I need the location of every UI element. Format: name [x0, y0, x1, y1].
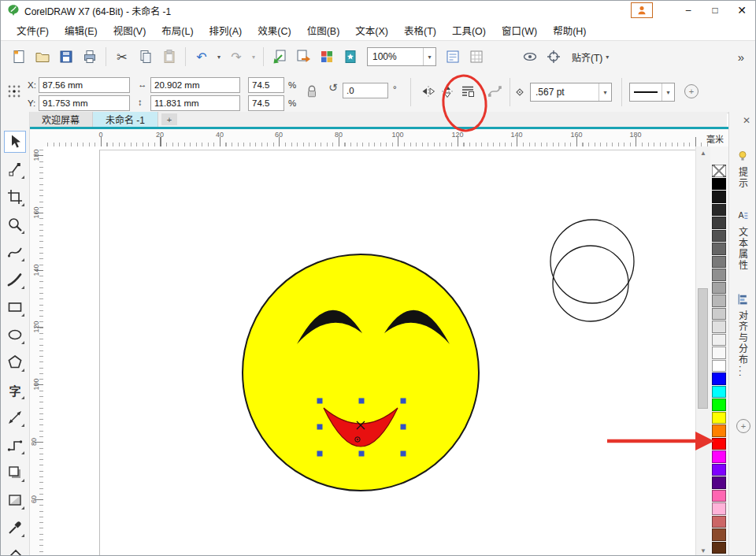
horizontal-ruler[interactable]: 0 20 40 60 80 100 120 140 160 180 毫米	[29, 129, 728, 147]
application-launcher-button[interactable]	[315, 45, 339, 69]
color-swatch[interactable]	[712, 528, 726, 541]
tool-interactive-fill[interactable]	[4, 544, 26, 556]
fullscreen-preview-button[interactable]	[441, 45, 465, 69]
minimize-button[interactable]: –	[675, 2, 702, 19]
copy-button[interactable]	[134, 45, 158, 69]
color-swatch[interactable]	[712, 516, 726, 528]
construction-circle-2[interactable]	[553, 246, 628, 321]
tab-welcome-screen[interactable]: 欢迎屏幕	[29, 112, 93, 127]
menu-bitmaps[interactable]: 位图(B)	[299, 20, 348, 41]
mirror-horizontal-button[interactable]	[420, 83, 437, 100]
redo-button[interactable]: ↷	[224, 45, 248, 69]
tool-crop[interactable]	[4, 186, 26, 208]
tool-transparency[interactable]	[4, 489, 26, 511]
tool-ellipse[interactable]	[4, 324, 26, 346]
scrollbar-thumb[interactable]	[698, 288, 708, 409]
rotation-angle-input[interactable]	[343, 83, 388, 98]
zoom-dropdown[interactable]: ▾	[423, 48, 435, 65]
tool-color-eyedropper[interactable]	[4, 517, 26, 539]
line-style-combobox[interactable]: ▾	[629, 83, 675, 102]
preview-mode-button[interactable]	[518, 45, 542, 69]
tool-freehand[interactable]	[4, 241, 26, 263]
snap-target-button[interactable]	[542, 45, 565, 69]
object-height-input[interactable]	[150, 95, 240, 111]
color-swatch[interactable]	[712, 217, 726, 229]
docker-tab-align-distribute[interactable]: 对齐与分布...	[731, 290, 754, 378]
palette-customize-button[interactable]: +	[736, 419, 750, 433]
menu-text[interactable]: 文本(X)	[347, 20, 396, 41]
tool-shape[interactable]	[4, 158, 26, 180]
outline-width-combobox[interactable]: .567 pt ▾	[530, 83, 612, 102]
menu-tools[interactable]: 工具(O)	[444, 20, 494, 41]
redo-dropdown[interactable]: ▾	[248, 45, 259, 69]
maximize-button[interactable]: □	[702, 2, 728, 19]
open-button[interactable]	[31, 45, 54, 69]
color-swatch[interactable]	[712, 295, 726, 307]
selection-handle[interactable]	[401, 398, 406, 404]
menu-table[interactable]: 表格(T)	[396, 20, 444, 41]
color-swatch[interactable]	[712, 256, 726, 269]
color-swatch[interactable]	[712, 438, 726, 450]
undo-dropdown[interactable]: ▾	[213, 45, 224, 69]
y-position-input[interactable]	[39, 95, 130, 111]
print-button[interactable]	[78, 45, 102, 69]
scroll-down-button[interactable]: ▼	[696, 544, 710, 556]
object-width-input[interactable]	[150, 77, 240, 93]
new-tab-button[interactable]: +	[161, 113, 177, 125]
outline-width-dropdown[interactable]: ▾	[598, 83, 611, 101]
selection-handle[interactable]	[317, 424, 323, 430]
color-swatch[interactable]	[712, 476, 726, 489]
color-swatch[interactable]	[712, 502, 726, 515]
menu-edit[interactable]: 编辑(E)	[57, 20, 106, 41]
mirror-vertical-button[interactable]	[439, 83, 456, 100]
line-style-dropdown[interactable]: ▾	[662, 83, 674, 101]
color-swatch[interactable]	[712, 282, 726, 295]
selection-handle[interactable]	[359, 451, 365, 457]
tool-connector[interactable]	[4, 434, 26, 456]
color-swatch[interactable]	[712, 178, 726, 191]
color-swatch[interactable]	[712, 230, 726, 243]
tool-polygon[interactable]	[4, 351, 26, 373]
tool-artistic-media[interactable]	[4, 269, 26, 291]
color-swatch[interactable]	[712, 204, 726, 217]
paste-button[interactable]	[158, 45, 181, 69]
toolbar-overflow-button[interactable]: »	[738, 50, 755, 64]
convert-to-curve-button[interactable]	[486, 83, 503, 100]
tool-pick[interactable]	[4, 131, 26, 153]
cut-button[interactable]: ✂	[110, 45, 134, 69]
scroll-up-button[interactable]: ▲	[696, 146, 710, 159]
tool-zoom[interactable]	[4, 213, 26, 235]
vertical-scrollbar[interactable]: ▲ ▼	[695, 146, 710, 556]
selection-handle[interactable]	[401, 424, 406, 430]
x-position-input[interactable]	[39, 77, 130, 93]
color-swatch[interactable]	[712, 308, 726, 321]
color-swatch[interactable]	[712, 321, 726, 333]
selection-handle[interactable]	[317, 451, 323, 457]
color-swatch[interactable]	[712, 191, 726, 203]
menu-effects[interactable]: 效果(C)	[250, 20, 298, 41]
object-origin-selector[interactable]	[6, 83, 23, 100]
tool-dimension[interactable]	[4, 406, 26, 428]
snap-button[interactable]: 贴齐(T) ▾	[565, 50, 615, 64]
color-swatch[interactable]	[712, 398, 726, 411]
color-swatch[interactable]	[712, 412, 726, 424]
color-swatch[interactable]	[712, 269, 726, 281]
import-button[interactable]	[268, 45, 291, 69]
save-button[interactable]	[54, 45, 78, 69]
zoom-level-combobox[interactable]: ▾	[367, 47, 436, 66]
color-swatch[interactable]	[712, 386, 726, 398]
membership-button[interactable]	[631, 2, 653, 18]
wrap-paragraph-text-button[interactable]	[459, 83, 476, 100]
color-swatch[interactable]	[712, 424, 726, 437]
color-swatch[interactable]	[712, 464, 726, 476]
tool-drop-shadow[interactable]	[4, 461, 26, 484]
color-swatch[interactable]	[712, 542, 726, 554]
docker-close-button[interactable]: ✕	[743, 115, 750, 126]
lock-ratio-button[interactable]	[303, 83, 321, 100]
new-document-button[interactable]	[7, 45, 31, 69]
menu-window[interactable]: 窗口(W)	[494, 20, 545, 41]
menu-arrange[interactable]: 排列(A)	[202, 20, 250, 41]
docker-tab-hints[interactable]: 提示	[731, 146, 754, 189]
tool-text[interactable]: 字	[4, 379, 26, 401]
color-swatch[interactable]	[712, 373, 726, 385]
